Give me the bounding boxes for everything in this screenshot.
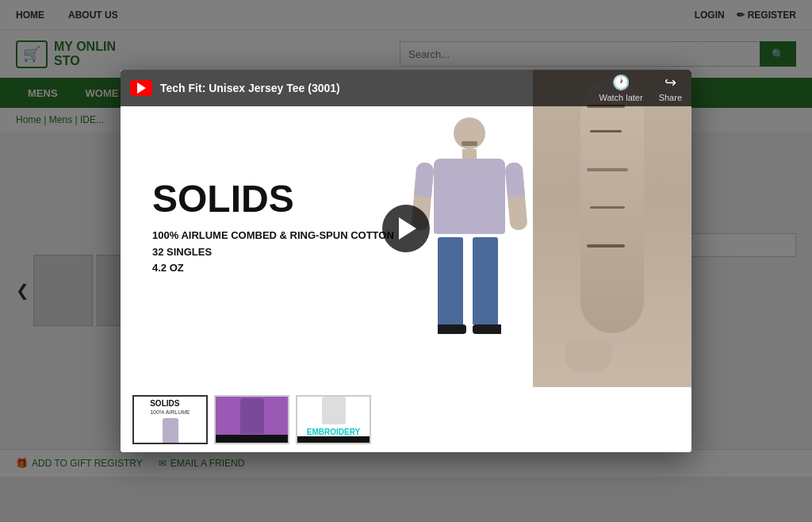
thumb-preview-3: EMBROIDERY	[297, 397, 370, 436]
model-legs	[406, 237, 533, 334]
model-beard	[462, 141, 477, 146]
arm-tattoo-visual	[533, 70, 691, 387]
arm-shape	[580, 79, 644, 333]
embroidery-figure	[322, 397, 346, 424]
model-left-sleeve	[414, 162, 435, 197]
thumb-3-bar	[297, 436, 370, 443]
model-right-arm	[504, 162, 527, 231]
tattoo-line-3	[587, 168, 628, 171]
thumbnail-purple[interactable]	[214, 395, 289, 444]
youtube-top-bar: Tech Fit: Unisex Jersey Tee (3001) 🕐 Wat…	[121, 70, 691, 106]
video-title: Tech Fit: Unisex Jersey Tee (3001)	[160, 82, 599, 94]
model-right-foot	[473, 324, 501, 334]
video-left-panel: SOLIDS 100% AIRLUME COMBED & RING-SPUN C…	[121, 70, 533, 387]
page-background: HOME ABOUT US LOGIN ✏ REGISTER 🛒 MY ONLI…	[0, 0, 812, 522]
hand-shape	[565, 340, 612, 371]
model-body	[406, 117, 533, 387]
tattoo-line-5	[587, 244, 625, 248]
arm-detail	[565, 70, 660, 387]
youtube-actions: 🕐 Watch later ↪ Share	[599, 74, 682, 102]
thumbnail-solids[interactable]: SOLIDS 100% AIRLUME	[132, 395, 208, 444]
thumb-1-sub: 100% AIRLUME	[150, 409, 190, 415]
model-right-leg-group	[473, 237, 501, 334]
video-player: Tech Fit: Unisex Jersey Tee (3001) 🕐 Wat…	[121, 70, 691, 387]
model-right-sleeve	[504, 162, 525, 197]
model-right-leg	[473, 237, 498, 324]
share-icon: ↪	[665, 74, 676, 91]
thumb-3-label: EMBROIDERY	[307, 428, 360, 436]
watch-later-button[interactable]: 🕐 Watch later	[599, 74, 642, 102]
tattoo-line-4	[590, 206, 625, 209]
thumb-inner-3: EMBROIDERY	[297, 397, 370, 443]
tattoo-line-2	[590, 130, 622, 132]
modal-overlay[interactable]: Tech Fit: Unisex Jersey Tee (3001) 🕐 Wat…	[0, 0, 812, 522]
model-left-leg-group	[438, 237, 466, 334]
video-modal: Tech Fit: Unisex Jersey Tee (3001) 🕐 Wat…	[121, 70, 691, 452]
thumb-2-bar	[216, 435, 288, 443]
thumbnail-embroidery[interactable]: EMBROIDERY	[296, 395, 371, 444]
purple-shirt-shape	[240, 398, 264, 434]
play-button[interactable]	[382, 205, 430, 252]
model-upper-body	[426, 159, 513, 234]
model-left-foot	[438, 324, 466, 334]
thumb-1-figure	[163, 418, 178, 444]
thumbnail-strip: SOLIDS 100% AIRLUME	[121, 387, 691, 452]
youtube-play-icon	[137, 83, 146, 94]
watch-later-label: Watch later	[599, 93, 642, 102]
youtube-logo	[130, 80, 152, 96]
model-torso-shirt	[434, 159, 505, 234]
share-button[interactable]: ↪ Share	[659, 74, 682, 102]
model-left-leg	[438, 237, 463, 324]
model-neck	[462, 149, 477, 159]
thumb-inner-1: SOLIDS 100% AIRLUME	[134, 397, 206, 443]
thumb-preview-2	[216, 397, 288, 435]
thumb-1-label: SOLIDS	[150, 400, 190, 408]
thumb-preview-1: SOLIDS 100% AIRLUME	[134, 397, 206, 444]
model-head	[454, 117, 485, 149]
clock-icon: 🕐	[612, 74, 630, 91]
video-right-panel	[533, 70, 691, 387]
play-triangle-icon	[399, 217, 416, 240]
thumb-inner-2	[216, 397, 288, 443]
share-label: Share	[659, 93, 682, 102]
